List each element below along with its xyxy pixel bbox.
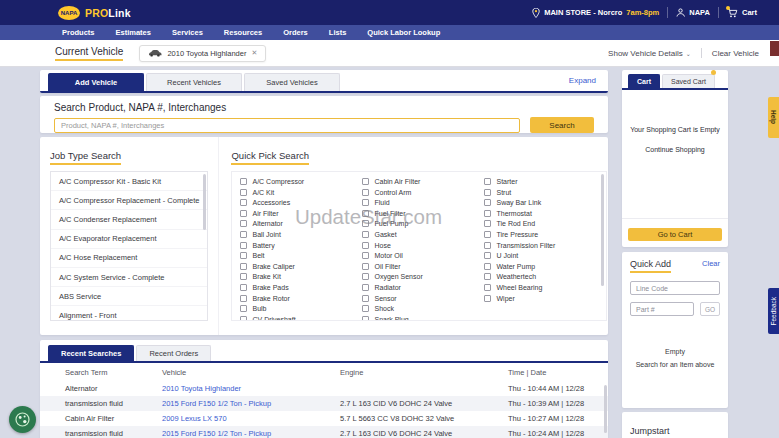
checkbox-icon[interactable] — [484, 295, 491, 302]
quickpick-item-sensor[interactable]: Sensor — [362, 295, 484, 302]
recent-tab-recent-orders[interactable]: Recent Orders — [136, 345, 211, 361]
checkbox-icon[interactable] — [240, 178, 247, 185]
clear-vehicle-link[interactable]: Clear Vehicle — [712, 49, 759, 58]
checkbox-icon[interactable] — [240, 263, 247, 270]
job-type-item-alignment-front[interactable]: Alignment - Front — [51, 306, 207, 321]
checkbox-icon[interactable] — [240, 199, 247, 206]
quickpick-item-brake-pads[interactable]: Brake Pads — [240, 284, 362, 291]
checkbox-icon[interactable] — [240, 242, 247, 249]
quickpick-item-water-pump[interactable]: Water Pump — [484, 263, 606, 270]
part-number-input[interactable] — [630, 302, 694, 316]
vehicle-chip[interactable]: 2010 Toyota Highlander ✕ — [139, 45, 266, 62]
checkbox-icon[interactable] — [240, 273, 247, 280]
quickpick-item-fuel-pump[interactable]: Fuel Pump — [362, 220, 484, 227]
cell-vehicle-link[interactable]: 2015 Ford F150 1/2 Ton - Pickup — [158, 396, 336, 411]
expand-link[interactable]: Expand — [569, 76, 596, 85]
job-type-item-a-c-compressor-kit-basic-kit[interactable]: A/C Compressor Kit - Basic Kit — [51, 172, 207, 191]
search-button[interactable]: Search — [530, 117, 594, 133]
tab-recent-vehicles[interactable]: Recent Vehicles — [146, 73, 242, 91]
cart-tab-cart[interactable]: Cart — [628, 74, 660, 88]
nav-item-quick-labor-lookup[interactable]: Quick Labor Lookup — [367, 28, 440, 37]
checkbox-icon[interactable] — [240, 295, 247, 302]
checkbox-icon[interactable] — [362, 295, 369, 302]
checkbox-icon[interactable] — [484, 252, 491, 259]
quickpick-item-fluid[interactable]: Fluid — [362, 199, 484, 206]
quickpick-item-cabin-air-filter[interactable]: Cabin Air Filter — [362, 178, 484, 185]
line-code-input[interactable] — [630, 281, 720, 295]
quickpick-item-wiper[interactable]: Wiper — [484, 295, 606, 302]
checkbox-icon[interactable] — [484, 220, 491, 227]
feedback-tab[interactable]: Feedback — [768, 288, 779, 334]
checkbox-icon[interactable] — [362, 263, 369, 270]
checkbox-icon[interactable] — [240, 284, 247, 291]
checkbox-icon[interactable] — [362, 220, 369, 227]
cell-vehicle-link[interactable]: 2010 Toyota Highlander — [158, 381, 336, 396]
user-menu[interactable]: NAPA — [676, 8, 710, 17]
quickpick-item-bulb[interactable]: Bulb — [240, 305, 362, 312]
quickpick-item-belt[interactable]: Belt — [240, 252, 362, 259]
job-type-item-a-c-condenser-replacement[interactable]: A/C Condenser Replacement — [51, 210, 207, 229]
quickpick-item-cv-driveshaft[interactable]: CV Driveshaft — [240, 316, 362, 321]
quickpick-item-starter[interactable]: Starter — [484, 178, 606, 185]
checkbox-icon[interactable] — [240, 210, 247, 217]
quickpick-item-strut[interactable]: Strut — [484, 189, 606, 196]
checkbox-icon[interactable] — [362, 242, 369, 249]
quickpick-item-gasket[interactable]: Gasket — [362, 231, 484, 238]
job-type-item-a-c-evaporator-replacement[interactable]: A/C Evaporator Replacement — [51, 230, 207, 249]
close-icon[interactable]: ✕ — [251, 49, 257, 57]
checkbox-icon[interactable] — [362, 189, 369, 196]
product-search-input[interactable] — [54, 118, 520, 133]
quickpick-item-weathertech[interactable]: Weathertech — [484, 273, 606, 280]
accessibility-button[interactable] — [9, 406, 36, 433]
checkbox-icon[interactable] — [362, 210, 369, 217]
nav-item-services[interactable]: Services — [172, 28, 203, 37]
quickpick-item-sway-bar-link[interactable]: Sway Bar Link — [484, 199, 606, 206]
nav-item-products[interactable]: Products — [62, 28, 95, 37]
job-type-item-abs-service[interactable]: ABS Service — [51, 287, 207, 306]
quickpick-item-a-c-compressor[interactable]: A/C Compressor — [240, 178, 362, 185]
quickpick-item-battery[interactable]: Battery — [240, 242, 362, 249]
checkbox-icon[interactable] — [240, 316, 247, 321]
quickpick-item-hose[interactable]: Hose — [362, 242, 484, 249]
tab-saved-vehicles[interactable]: Saved Vehicles — [244, 73, 340, 91]
quickpick-item-thermostat[interactable]: Thermostat — [484, 210, 606, 217]
quickpick-item-ball-joint[interactable]: Ball Joint — [240, 231, 362, 238]
checkbox-icon[interactable] — [362, 284, 369, 291]
quickpick-item-wheel-bearing[interactable]: Wheel Bearing — [484, 284, 606, 291]
checkbox-icon[interactable] — [240, 189, 247, 196]
store-selector[interactable]: MAIN STORE - Norcro 7am-8pm — [532, 8, 659, 18]
cell-vehicle-link[interactable]: 2009 Lexus LX 570 — [158, 411, 336, 426]
checkbox-icon[interactable] — [484, 210, 491, 217]
quickpick-item-tire-pressure[interactable]: Tire Pressure — [484, 231, 606, 238]
checkbox-icon[interactable] — [484, 199, 491, 206]
job-type-item-a-c-hose-replacement[interactable]: A/C Hose Replacement — [51, 249, 207, 268]
quickpick-item-shock[interactable]: Shock — [362, 305, 484, 312]
nav-item-estimates[interactable]: Estimates — [116, 28, 151, 37]
checkbox-icon[interactable] — [240, 220, 247, 227]
checkbox-icon[interactable] — [484, 231, 491, 238]
go-button[interactable]: GO — [700, 302, 720, 316]
quickpick-item-brake-kit[interactable]: Brake Kit — [240, 273, 362, 280]
quickpick-item-motor-oil[interactable]: Motor Oil — [362, 252, 484, 259]
job-type-item-a-c-compressor-replacement-complete[interactable]: A/C Compressor Replacement - Complete — [51, 191, 207, 210]
continue-shopping-link[interactable]: Continue Shopping — [622, 146, 728, 153]
quickpick-item-control-arm[interactable]: Control Arm — [362, 189, 484, 196]
checkbox-icon[interactable] — [362, 305, 369, 312]
header-cart-button[interactable]: Cart — [727, 8, 757, 18]
quickpick-item-accessories[interactable]: Accessories — [240, 199, 362, 206]
checkbox-icon[interactable] — [362, 199, 369, 206]
quickpick-item-a-c-kit[interactable]: A/C Kit — [240, 189, 362, 196]
quickpick-item-air-filter[interactable]: Air Filter — [240, 210, 362, 217]
quickpick-item-fuel-filter[interactable]: Fuel Filter — [362, 210, 484, 217]
quickpick-item-radiator[interactable]: Radiator — [362, 284, 484, 291]
show-vehicle-details-link[interactable]: Show Vehicle Details ⌄ — [608, 49, 691, 58]
cart-tab-saved-cart[interactable]: Saved Cart — [662, 74, 715, 88]
checkbox-icon[interactable] — [362, 252, 369, 259]
job-type-item-a-c-system-service-complete[interactable]: A/C System Service - Complete — [51, 268, 207, 287]
checkbox-icon[interactable] — [362, 316, 369, 321]
checkbox-icon[interactable] — [362, 231, 369, 238]
help-tab[interactable]: Help — [768, 97, 779, 138]
tab-add-vehicle[interactable]: Add Vehicle — [48, 73, 144, 91]
quickpick-item-oxygen-sensor[interactable]: Oxygen Sensor — [362, 273, 484, 280]
quickpick-item-transmission-filter[interactable]: Transmission Filter — [484, 242, 606, 249]
